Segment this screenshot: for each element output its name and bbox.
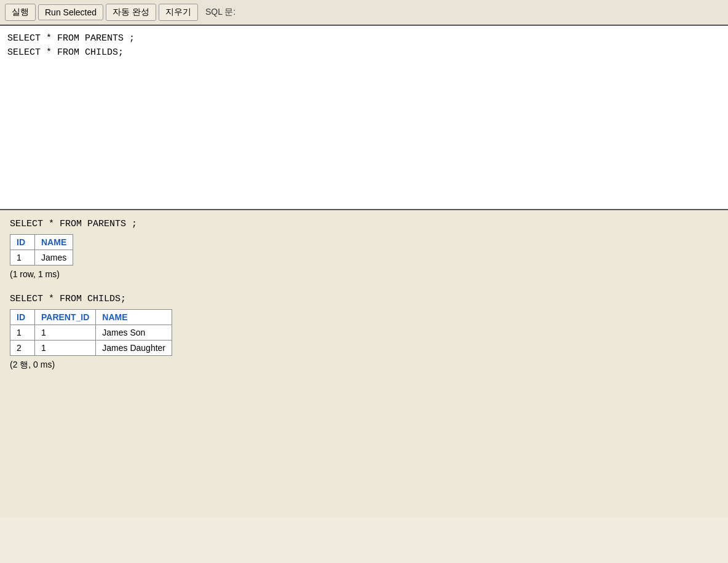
toolbar: 실행 Run Selected 자동 완성 지우기 SQL 문: — [0, 0, 728, 26]
run-selected-button[interactable]: Run Selected — [38, 4, 103, 20]
table-cell: James Son — [96, 325, 172, 341]
table-cell: 2 — [10, 341, 35, 356]
results-area: SELECT * FROM PARENTS ;IDNAME1James(1 ro… — [0, 210, 728, 518]
sql-editor[interactable]: SELECT * FROM PARENTS ; SELECT * FROM CH… — [0, 26, 728, 210]
query-result-label-1: SELECT * FROM CHILDS; — [10, 294, 718, 304]
sql-label: SQL 문: — [205, 7, 235, 18]
row-count-0: (1 row, 1 ms) — [10, 269, 718, 279]
run-button[interactable]: 실행 — [5, 4, 36, 21]
query-result-block-1: SELECT * FROM CHILDS;IDPARENT_IDNAME11Ja… — [10, 294, 718, 371]
table-cell: James Daughter — [96, 341, 172, 356]
autocomplete-button[interactable]: 자동 완성 — [106, 4, 156, 21]
table-header-cell: PARENT_ID — [35, 310, 96, 325]
row-count-1: (2 행, 0 ms) — [10, 360, 718, 371]
table-header-cell: NAME — [35, 235, 73, 250]
query-result-block-0: SELECT * FROM PARENTS ;IDNAME1James(1 ro… — [10, 219, 718, 279]
table-cell: James — [35, 250, 73, 266]
table-cell: 1 — [10, 325, 35, 341]
query-result-label-0: SELECT * FROM PARENTS ; — [10, 219, 718, 229]
clear-button[interactable]: 지우기 — [159, 4, 198, 21]
table-header-cell: ID — [10, 310, 35, 325]
table-header-cell: ID — [10, 235, 35, 250]
table-row: 21James Daughter — [10, 341, 172, 356]
table-cell: 1 — [35, 325, 96, 341]
table-cell: 1 — [35, 341, 96, 356]
table-row: 11James Son — [10, 325, 172, 341]
table-header-cell: NAME — [96, 310, 172, 325]
table-cell: 1 — [10, 250, 35, 266]
result-table-0: IDNAME1James — [10, 234, 73, 266]
table-row: 1James — [10, 250, 73, 266]
result-table-1: IDPARENT_IDNAME11James Son21James Daught… — [10, 309, 172, 356]
